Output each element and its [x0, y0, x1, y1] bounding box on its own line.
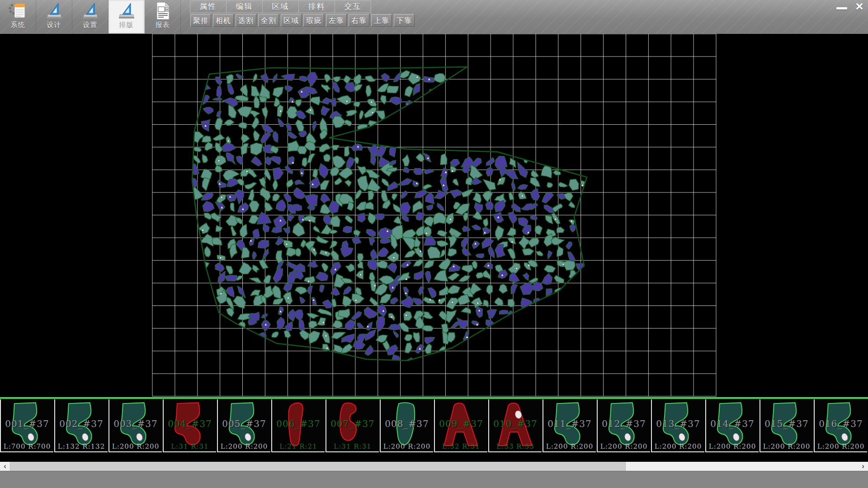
piece-counts: L:21 R:21: [272, 442, 325, 450]
strip-top-divider: [0, 397, 868, 399]
tool-button-cluster-nest[interactable]: 聚排: [190, 14, 211, 27]
piece-counts: L:200 R:200: [109, 442, 162, 450]
set-square-icon: [117, 1, 137, 20]
piece-label: 009_#37: [435, 418, 487, 429]
piece-counts: L:200 R:200: [381, 442, 433, 450]
menu-tab-properties[interactable]: 属性: [190, 0, 226, 13]
piece-thumbnail[interactable]: 016_#37 L:200 R:200: [814, 399, 867, 452]
menu-tab-edit[interactable]: 编辑: [226, 0, 263, 13]
scroll-right-arrow[interactable]: ›: [858, 462, 868, 471]
app-block-系统[interactable]: 系统: [0, 0, 36, 33]
piece-thumbnail[interactable]: 004_#37 L:31 R:31: [163, 399, 216, 452]
app-block-设计[interactable]: 设计: [36, 0, 72, 33]
app-block-label: 设置: [72, 21, 108, 29]
nesting-canvas[interactable]: [0, 34, 868, 397]
piece-counts: L:200 R:200: [815, 442, 867, 450]
piece-thumbnail[interactable]: 010_#37 L:33 R:33: [488, 399, 542, 452]
piece-thumbnail[interactable]: 002_#37 L:132 R:132: [54, 399, 108, 452]
piece-counts: L:700 R:700: [1, 442, 53, 450]
piece-label: 014_#37: [706, 418, 759, 429]
piece-thumbnail[interactable]: 011_#37 L:200 R:200: [542, 399, 596, 452]
piece-counts: L:32 R:31: [435, 442, 487, 450]
piece-label: 013_#37: [652, 418, 704, 429]
toolbar: 系统设计设置排版报表 属性编辑区域排料交互 聚排相机选割全割区域瑕疵左靠右靠上靠…: [0, 0, 868, 34]
piece-counts: L:31 R:31: [164, 442, 216, 450]
piece-thumbnail[interactable]: 008_#37 L:200 R:200: [380, 399, 433, 452]
piece-counts: L:132 R:132: [55, 442, 108, 450]
minimize-button[interactable]: [835, 3, 849, 14]
piece-label: 008_#37: [381, 418, 433, 429]
piece-label: 015_#37: [760, 418, 813, 429]
piece-label: 016_#37: [815, 418, 867, 429]
piece-thumbnail[interactable]: 005_#37 L:200 R:200: [217, 399, 270, 452]
set-square-icon: [80, 1, 100, 20]
system-gear-icon: [8, 1, 28, 20]
piece-thumbnail[interactable]: 014_#37 L:200 R:200: [705, 399, 759, 452]
tool-button-align-top[interactable]: 上靠: [371, 14, 392, 27]
app-block-label: 系统: [0, 21, 36, 29]
status-bar: [0, 471, 868, 488]
tool-button-align-right[interactable]: 右靠: [349, 14, 369, 27]
tool-button-select-cut[interactable]: 选割: [236, 14, 256, 27]
tool-button-align-left[interactable]: 左靠: [326, 14, 347, 27]
tool-button-defect[interactable]: 瑕疵: [303, 14, 324, 27]
piece-counts: L:200 R:200: [598, 442, 650, 450]
piece-label: 004_#37: [164, 418, 216, 429]
app-block-label: 排版: [108, 21, 144, 29]
piece-thumbnail[interactable]: 001_#37 L:700 R:700: [0, 399, 53, 452]
piece-counts: L:33 R:33: [489, 442, 542, 450]
piece-label: 002_#37: [55, 418, 108, 429]
piece-counts: L:31 R:31: [326, 442, 379, 450]
piece-label: 012_#37: [598, 418, 650, 429]
piece-thumbnail[interactable]: 003_#37 L:200 R:200: [108, 399, 162, 452]
scroll-left-arrow[interactable]: ‹: [0, 462, 10, 471]
app-block-排版[interactable]: 排版: [108, 0, 145, 33]
piece-counts: L:200 R:200: [652, 442, 704, 450]
minimize-icon: [836, 7, 847, 9]
pieces-strip: 001_#37 L:700 R:700 002_#37 L:132 R:132 …: [0, 397, 868, 462]
app-block-label: 报表: [145, 21, 180, 29]
set-square-icon: [44, 1, 64, 20]
piece-counts: L:200 R:200: [543, 442, 596, 450]
menu-tab-interact[interactable]: 交互: [335, 0, 371, 13]
app-block-设置[interactable]: 设置: [72, 0, 108, 33]
piece-label: 011_#37: [543, 418, 596, 429]
piece-counts: L:200 R:200: [760, 442, 813, 450]
menu-tab-nesting[interactable]: 排料: [298, 0, 335, 13]
piece-thumbnail[interactable]: 015_#37 L:200 R:200: [760, 399, 813, 452]
tool-button-camera[interactable]: 相机: [213, 14, 234, 27]
horizontal-scrollbar[interactable]: ‹ ›: [0, 462, 868, 471]
tool-button-cut-all[interactable]: 全割: [258, 14, 279, 27]
piece-label: 006_#37: [272, 418, 325, 429]
piece-thumbnail[interactable]: 009_#37 L:32 R:31: [434, 399, 487, 452]
piece-label: 001_#37: [1, 418, 53, 429]
piece-label: 005_#37: [218, 418, 270, 429]
piece-thumbnail[interactable]: 006_#37 L:21 R:21: [271, 399, 325, 452]
nested-pieces: [185, 70, 587, 367]
piece-counts: L:200 R:200: [218, 442, 270, 450]
scrollbar-thumb[interactable]: [10, 462, 626, 471]
app-block-label: 设计: [36, 21, 72, 29]
piece-counts: L:200 R:200: [706, 442, 759, 450]
piece-label: 007_#37: [326, 418, 379, 429]
piece-label: 010_#37: [489, 418, 542, 429]
report-doc-icon: [153, 1, 173, 20]
menu-tab-region[interactable]: 区域: [262, 0, 299, 13]
tool-button-align-bottom[interactable]: 下靠: [394, 14, 415, 27]
piece-thumbnail-list: 001_#37 L:700 R:700 002_#37 L:132 R:132 …: [0, 399, 868, 453]
piece-thumbnail[interactable]: 013_#37 L:200 R:200: [651, 399, 704, 452]
app-block-报表[interactable]: 报表: [145, 0, 181, 33]
tool-button-region[interactable]: 区域: [281, 14, 302, 27]
close-button[interactable]: ×: [852, 0, 867, 14]
piece-thumbnail[interactable]: 007_#37 L:31 R:31: [326, 399, 379, 452]
piece-label: 003_#37: [109, 418, 162, 429]
nesting-app-window: 系统设计设置排版报表 属性编辑区域排料交互 聚排相机选割全割区域瑕疵左靠右靠上靠…: [0, 0, 868, 488]
piece-thumbnail[interactable]: 012_#37 L:200 R:200: [597, 399, 650, 452]
